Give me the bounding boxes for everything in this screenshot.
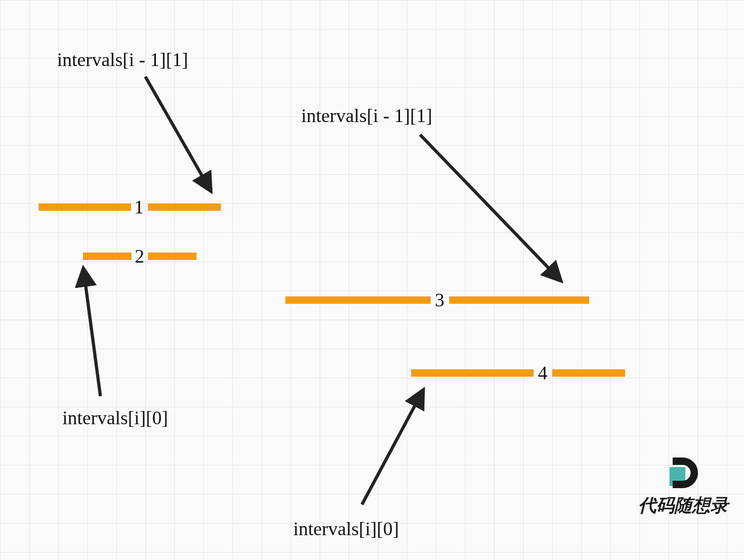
arrow-top-left <box>145 77 210 190</box>
watermark: 代码随想录 <box>638 458 728 518</box>
watermark-logo <box>667 458 699 489</box>
watermark-logo-d <box>673 458 698 488</box>
watermark-text: 代码随想录 <box>638 493 728 518</box>
arrow-bottom-left <box>83 269 100 396</box>
arrows-layer <box>0 0 744 560</box>
arrow-bottom-right <box>362 391 423 505</box>
arrow-top-right <box>420 135 560 280</box>
